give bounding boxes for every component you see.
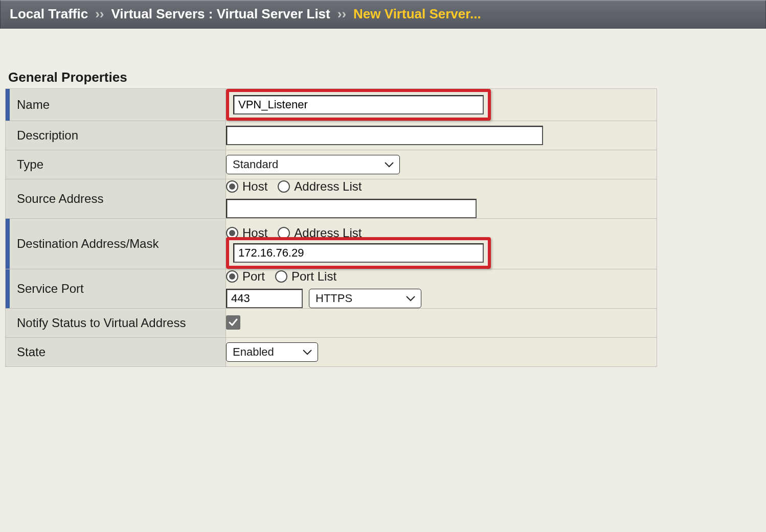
service-port-list-radio[interactable] (275, 270, 287, 283)
notify-status-checkbox[interactable] (226, 315, 240, 330)
label-description: Description (6, 121, 226, 150)
label-source-address: Source Address (6, 184, 226, 213)
label-state: State (6, 338, 226, 366)
type-select-value: Standard (233, 158, 278, 171)
type-select[interactable]: Standard (226, 155, 400, 174)
service-port-protocol-select[interactable]: HTTPS (309, 289, 421, 308)
label-service-port: Service Port (6, 274, 226, 303)
label-name: Name (6, 90, 226, 119)
breadcrumb-separator: ›› (95, 6, 104, 22)
service-port-list-label: Port List (291, 269, 336, 284)
breadcrumb-local-traffic[interactable]: Local Traffic (10, 6, 88, 22)
service-port-port-radio[interactable] (226, 270, 238, 283)
chevron-down-icon (384, 161, 394, 168)
chevron-down-icon (405, 295, 416, 302)
section-title-general-properties: General Properties (8, 70, 761, 85)
source-address-host-radio[interactable] (226, 180, 238, 193)
description-input[interactable] (226, 126, 543, 145)
state-select-value: Enabled (233, 345, 274, 359)
label-type: Type (6, 150, 226, 179)
label-notify-status: Notify Status to Virtual Address (6, 309, 226, 337)
highlight-name (226, 89, 491, 121)
source-address-input[interactable] (226, 199, 477, 218)
source-address-list-radio[interactable] (278, 180, 290, 193)
name-input[interactable] (233, 95, 484, 114)
label-destination-address: Destination Address/Mask (6, 229, 226, 258)
service-port-protocol-value: HTTPS (316, 292, 352, 305)
breadcrumb: Local Traffic ›› Virtual Servers : Virtu… (0, 0, 766, 29)
highlight-destination-address (226, 237, 491, 269)
state-select[interactable]: Enabled (226, 342, 318, 362)
destination-address-input[interactable] (233, 243, 484, 263)
chevron-down-icon (302, 349, 312, 356)
breadcrumb-separator: ›› (337, 6, 346, 22)
source-address-list-label: Address List (294, 179, 362, 194)
service-port-port-label: Port (242, 269, 265, 284)
breadcrumb-current: New Virtual Server... (353, 6, 481, 22)
breadcrumb-virtual-servers[interactable]: Virtual Servers : Virtual Server List (111, 6, 330, 22)
service-port-input[interactable] (226, 289, 303, 308)
general-properties-table: Name Description Type Standard (5, 88, 657, 367)
source-address-host-label: Host (242, 179, 267, 194)
